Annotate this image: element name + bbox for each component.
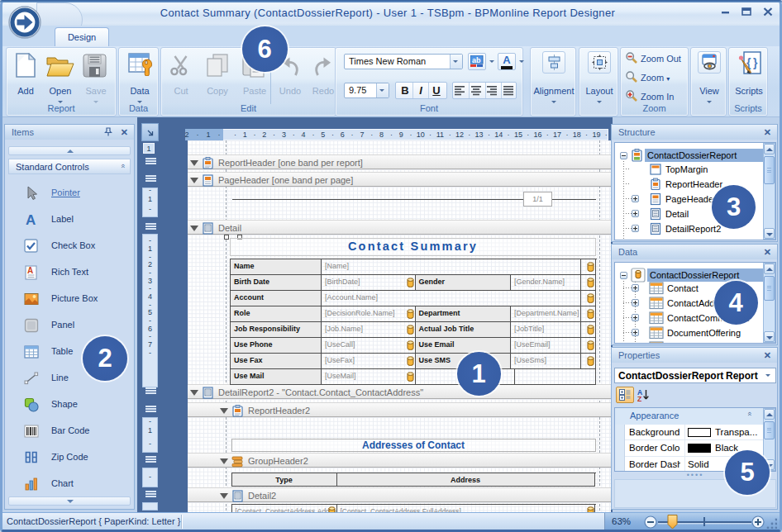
svg-text:A: A — [27, 266, 33, 275]
svg-text:Z: Z — [637, 395, 641, 402]
svg-text:}: } — [753, 56, 758, 69]
svg-text:ab: ab — [472, 56, 481, 64]
svg-text:A: A — [26, 212, 36, 227]
